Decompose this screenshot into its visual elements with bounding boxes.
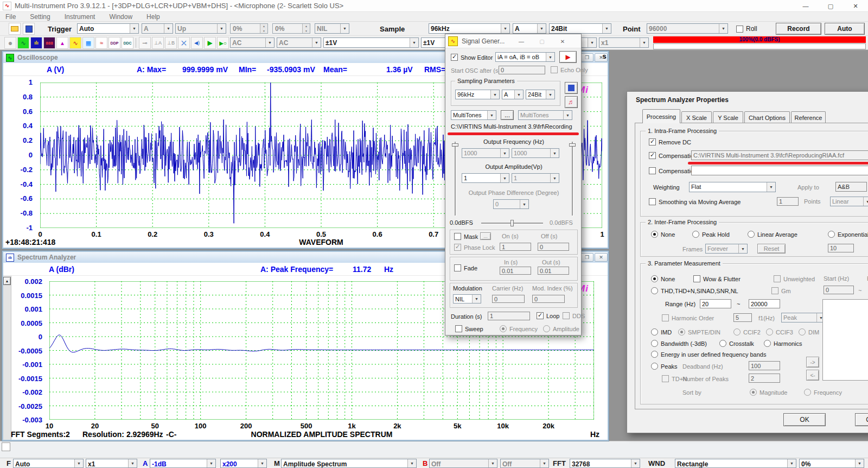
- browse-button[interactable]: ...: [501, 110, 514, 120]
- ok-button[interactable]: OK: [783, 413, 826, 426]
- close-button[interactable]: ✕: [843, 0, 868, 12]
- tab-x-scale[interactable]: X Scale: [681, 111, 712, 123]
- fft-size-select[interactable]: 32768▼: [570, 459, 640, 468]
- a-mult-select[interactable]: x200▼: [220, 459, 267, 468]
- range-to-input[interactable]: [749, 299, 780, 308]
- duration-input[interactable]: [488, 312, 530, 320]
- loop-checkbox[interactable]: Loop: [537, 312, 559, 319]
- harmonic-order-checkbox[interactable]: Harmonic Order: [662, 314, 714, 321]
- smoothing-points-input[interactable]: [777, 197, 799, 206]
- window-function-select[interactable]: Rectangle▼: [675, 459, 796, 468]
- spectrum-restore-icon[interactable]: ❐: [580, 253, 593, 262]
- run-loop-icon[interactable]: ▶○: [217, 37, 229, 49]
- coupling-b-select[interactable]: AC▼: [277, 37, 321, 48]
- roll-checkbox[interactable]: Roll: [736, 25, 757, 33]
- freq-mult-select[interactable]: x1▼: [86, 459, 137, 468]
- bandwidth-radio[interactable]: Bandwidth (-3dB): [651, 340, 707, 347]
- amp-a-select[interactable]: 1▼: [462, 173, 509, 183]
- ccif2-radio[interactable]: CCIF2: [733, 328, 761, 336]
- auto-button[interactable]: Auto: [825, 23, 865, 35]
- smpte-radio[interactable]: SMPTE/DIN: [678, 328, 720, 336]
- num-peaks-input[interactable]: [749, 374, 780, 383]
- siggen-play-button[interactable]: ▶: [559, 51, 577, 63]
- mask-off-input[interactable]: [538, 243, 569, 251]
- phase-lock-checkbox[interactable]: Phase Lock: [454, 244, 495, 251]
- signal-generator-icon[interactable]: ∿: [69, 37, 81, 49]
- smoothing-checkbox[interactable]: Smoothing via Moving Average: [649, 198, 741, 205]
- exponential-average-radio[interactable]: Exponential Average: [828, 231, 868, 238]
- speaker-icon[interactable]: ◀): [191, 37, 203, 49]
- move-left-button[interactable]: <-: [806, 370, 819, 381]
- oscilloscope-icon[interactable]: ∿: [17, 37, 29, 49]
- freq-axis-select[interactable]: Auto▼: [13, 459, 84, 468]
- menu-file[interactable]: File: [5, 13, 16, 21]
- tab-chart-options[interactable]: Chart Options: [744, 111, 790, 123]
- mod-index-input[interactable]: [532, 295, 565, 303]
- waveform-a-select[interactable]: MultiTones▼: [451, 110, 496, 120]
- multimeter-icon[interactable]: 888: [43, 37, 55, 49]
- siggen-close-icon[interactable]: ✕: [557, 37, 568, 46]
- probe-multiplier-select[interactable]: x1▼: [599, 37, 649, 48]
- spectrum-3d-plot-icon[interactable]: ▲: [56, 37, 68, 49]
- probe-icon[interactable]: ⊸: [139, 37, 151, 49]
- start-osc-input[interactable]: [499, 66, 545, 74]
- sweep-frequency-radio[interactable]: Frequency: [500, 325, 538, 332]
- trigger-hpf-select[interactable]: NIL▼: [315, 23, 349, 34]
- sort-magnitude-radio[interactable]: Magnitude: [750, 389, 787, 396]
- mask-checkbox[interactable]: Mask: [454, 233, 478, 240]
- ccif3-radio[interactable]: CCIF3: [766, 328, 793, 336]
- sampling-rate-select[interactable]: 96kHz▼: [429, 23, 510, 34]
- freq-b-select[interactable]: 1000▼: [512, 148, 559, 158]
- zero-channel-b-icon[interactable]: ⊥B: [165, 37, 177, 49]
- wow-flutter-checkbox[interactable]: Wow & Flutter: [693, 275, 741, 282]
- unweighted-checkbox[interactable]: Unweighted: [774, 275, 815, 282]
- frames-select[interactable]: Forever▼: [705, 244, 748, 254]
- siggen-bits-select[interactable]: 24Bit▼: [526, 90, 555, 99]
- sampling-channel-select[interactable]: A▼: [513, 23, 546, 34]
- exp-frames-input[interactable]: [828, 244, 854, 252]
- trigger-level-spinner[interactable]: 0%▲▼: [230, 23, 268, 34]
- reset-button[interactable]: Reset: [757, 244, 786, 254]
- smoothing-mode-select[interactable]: Linear▼: [830, 197, 868, 206]
- weighting-select[interactable]: Flat▼: [689, 182, 776, 192]
- imd-radio[interactable]: IMD: [651, 328, 672, 336]
- level-b-slider[interactable]: [569, 141, 576, 217]
- mask-on-input[interactable]: [500, 243, 531, 251]
- amp-b-select[interactable]: 1▼: [512, 173, 559, 183]
- harmonics-radio[interactable]: Harmonics: [764, 340, 802, 347]
- phase-select[interactable]: 0▼: [493, 199, 529, 209]
- menu-instrument[interactable]: Instrument: [65, 13, 95, 21]
- range-a-select[interactable]: ±1V▼: [323, 37, 419, 48]
- range-from-input[interactable]: [700, 299, 731, 308]
- bit-depth-select[interactable]: 24Bit▼: [549, 23, 611, 34]
- menu-window[interactable]: Window: [109, 13, 132, 21]
- trigger-edge-select[interactable]: Up▼: [175, 23, 226, 34]
- pm-none-radio[interactable]: None: [651, 275, 675, 282]
- derived-data-curve-icon[interactable]: ≈: [95, 37, 107, 49]
- siggen-channel-select[interactable]: A▼: [502, 90, 524, 99]
- siggen-score-button[interactable]: ♬: [565, 96, 578, 108]
- show-editor-checkbox[interactable]: Show Editor: [451, 54, 493, 61]
- dim-radio[interactable]: DIM: [799, 328, 819, 336]
- sweep-amplitude-radio[interactable]: Amplitude: [543, 325, 579, 332]
- siggen-save-button[interactable]: [565, 82, 578, 94]
- coupling-a-select[interactable]: AC▼: [230, 37, 275, 48]
- interframe-none-radio[interactable]: None: [651, 231, 675, 238]
- energy-bands-radio[interactable]: Energy in user defined frequency bands: [651, 351, 766, 358]
- tab-y-scale[interactable]: Y Scale: [713, 111, 743, 123]
- gm-checkbox[interactable]: Gm: [771, 287, 791, 294]
- fade-out-input[interactable]: [538, 267, 569, 275]
- trigger-delay-spinner[interactable]: 0%▲▼: [272, 23, 310, 34]
- display-mode-select[interactable]: Amplitude Spectrum▼: [281, 459, 417, 468]
- b-range-select[interactable]: Off▼: [429, 459, 497, 468]
- siggen-minimize-icon[interactable]: —: [516, 37, 527, 46]
- siggen-maximize-icon[interactable]: ▢: [537, 37, 547, 46]
- open-file-icon[interactable]: [9, 23, 21, 35]
- peak-hold-radio[interactable]: Peak Hold: [692, 231, 730, 238]
- maximize-button[interactable]: ▢: [818, 0, 843, 12]
- sweep-checkbox[interactable]: Sweep: [455, 325, 483, 332]
- zero-channel-a-icon[interactable]: ⊥A: [152, 37, 164, 49]
- scope-restore-icon[interactable]: ❐: [580, 53, 593, 62]
- deadband-input[interactable]: [749, 361, 780, 370]
- carrier-input[interactable]: [492, 295, 525, 303]
